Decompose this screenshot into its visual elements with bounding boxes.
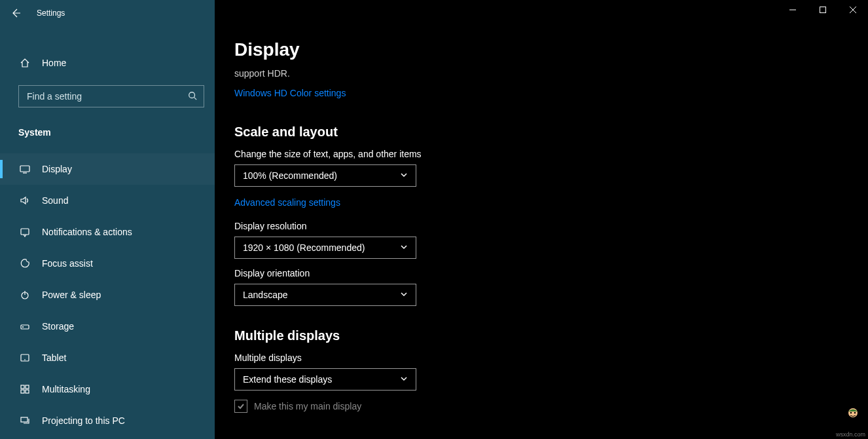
sidebar-item-label: Storage bbox=[42, 321, 74, 332]
sidebar-item-projecting[interactable]: Projecting to this PC bbox=[0, 405, 215, 436]
sidebar-item-label: Power & sleep bbox=[42, 290, 101, 300]
svg-rect-11 bbox=[21, 417, 27, 422]
arrow-left-icon bbox=[10, 8, 21, 18]
chevron-down-icon bbox=[400, 242, 408, 253]
checkbox-icon bbox=[234, 400, 247, 413]
maximize-button[interactable] bbox=[808, 0, 838, 20]
main-display-checkbox: Make this my main display bbox=[234, 400, 868, 413]
page-title: Display bbox=[234, 39, 868, 60]
svg-rect-1 bbox=[20, 166, 29, 172]
projecting-icon bbox=[18, 415, 31, 426]
chevron-down-icon bbox=[400, 170, 408, 181]
sidebar-item-tablet[interactable]: Tablet bbox=[0, 342, 215, 373]
scale-select[interactable]: 100% (Recommended) bbox=[234, 164, 416, 187]
multitasking-icon bbox=[18, 384, 31, 394]
multiple-displays-select[interactable]: Extend these displays bbox=[234, 368, 416, 391]
back-button[interactable] bbox=[0, 0, 31, 26]
scale-label: Change the size of text, apps, and other… bbox=[234, 149, 868, 159]
orientation-select[interactable]: Landscape bbox=[234, 284, 416, 306]
focus-icon bbox=[18, 258, 31, 269]
home-label: Home bbox=[42, 58, 66, 68]
search-input[interactable] bbox=[18, 85, 204, 107]
sidebar-item-label: Projecting to this PC bbox=[42, 415, 125, 426]
sidebar-item-label: Focus assist bbox=[42, 258, 93, 269]
advanced-scaling-link[interactable]: Advanced scaling settings bbox=[234, 197, 340, 208]
chevron-down-icon bbox=[400, 290, 408, 300]
svg-rect-4 bbox=[21, 325, 29, 329]
category-label: System bbox=[18, 127, 215, 138]
power-icon bbox=[18, 290, 31, 300]
svg-point-14 bbox=[850, 412, 852, 414]
content-area: Display support HDR. Windows HD Color se… bbox=[215, 0, 868, 439]
main-display-checkbox-label: Make this my main display bbox=[254, 401, 361, 411]
svg-rect-8 bbox=[26, 385, 29, 389]
home-button[interactable]: Home bbox=[0, 50, 215, 76]
close-icon bbox=[850, 7, 856, 13]
watermark-icon bbox=[843, 405, 863, 425]
sidebar-item-power[interactable]: Power & sleep bbox=[0, 279, 215, 311]
sidebar-item-display[interactable]: Display bbox=[0, 153, 215, 185]
svg-rect-10 bbox=[26, 390, 29, 393]
svg-rect-12 bbox=[820, 7, 826, 13]
sidebar-item-multitasking[interactable]: Multitasking bbox=[0, 373, 215, 405]
svg-point-15 bbox=[854, 412, 856, 414]
svg-rect-7 bbox=[21, 385, 24, 389]
minimize-icon bbox=[789, 7, 796, 13]
watermark-text: wsxdn.com bbox=[836, 431, 865, 438]
resolution-select[interactable]: 1920 × 1080 (Recommended) bbox=[234, 237, 416, 259]
resolution-label: Display resolution bbox=[234, 221, 868, 231]
nav-list: Display Sound Notifications & actions Fo… bbox=[0, 153, 215, 436]
close-button[interactable] bbox=[838, 0, 868, 20]
sidebar-item-label: Multitasking bbox=[42, 384, 90, 394]
app-title: Settings bbox=[37, 9, 65, 18]
resolution-value: 1920 × 1080 (Recommended) bbox=[243, 242, 365, 253]
sidebar-item-notifications[interactable]: Notifications & actions bbox=[0, 216, 215, 248]
orientation-value: Landscape bbox=[243, 290, 288, 300]
hdr-description-fragment: support HDR. bbox=[234, 67, 868, 80]
scale-value: 100% (Recommended) bbox=[243, 170, 337, 181]
sidebar-item-label: Tablet bbox=[42, 353, 66, 363]
notifications-icon bbox=[18, 227, 31, 237]
hd-color-settings-link[interactable]: Windows HD Color settings bbox=[234, 88, 346, 98]
tablet-icon bbox=[18, 353, 31, 363]
sidebar: Settings Home System Display bbox=[0, 0, 215, 439]
multiple-displays-value: Extend these displays bbox=[243, 374, 332, 385]
sidebar-item-label: Sound bbox=[42, 195, 68, 206]
multiple-displays-heading: Multiple displays bbox=[234, 328, 868, 343]
scale-layout-heading: Scale and layout bbox=[234, 124, 868, 140]
minimize-button[interactable] bbox=[778, 0, 808, 20]
chevron-down-icon bbox=[400, 374, 408, 385]
sidebar-item-focus[interactable]: Focus assist bbox=[0, 248, 215, 279]
svg-point-5 bbox=[23, 327, 24, 328]
svg-point-0 bbox=[189, 92, 195, 98]
orientation-label: Display orientation bbox=[234, 268, 868, 278]
display-icon bbox=[18, 164, 31, 174]
search-field[interactable] bbox=[26, 90, 188, 102]
home-icon bbox=[18, 58, 31, 68]
sidebar-item-sound[interactable]: Sound bbox=[0, 185, 215, 216]
sidebar-item-label: Notifications & actions bbox=[42, 227, 132, 237]
window-controls bbox=[778, 0, 868, 20]
sound-icon bbox=[18, 195, 31, 206]
storage-icon bbox=[18, 321, 31, 332]
search-icon bbox=[188, 91, 197, 102]
svg-rect-2 bbox=[21, 229, 29, 235]
multiple-displays-label: Multiple displays bbox=[234, 353, 868, 363]
sidebar-item-label: Display bbox=[42, 164, 72, 174]
sidebar-item-storage[interactable]: Storage bbox=[0, 311, 215, 342]
maximize-icon bbox=[820, 7, 826, 13]
svg-rect-9 bbox=[21, 390, 24, 393]
